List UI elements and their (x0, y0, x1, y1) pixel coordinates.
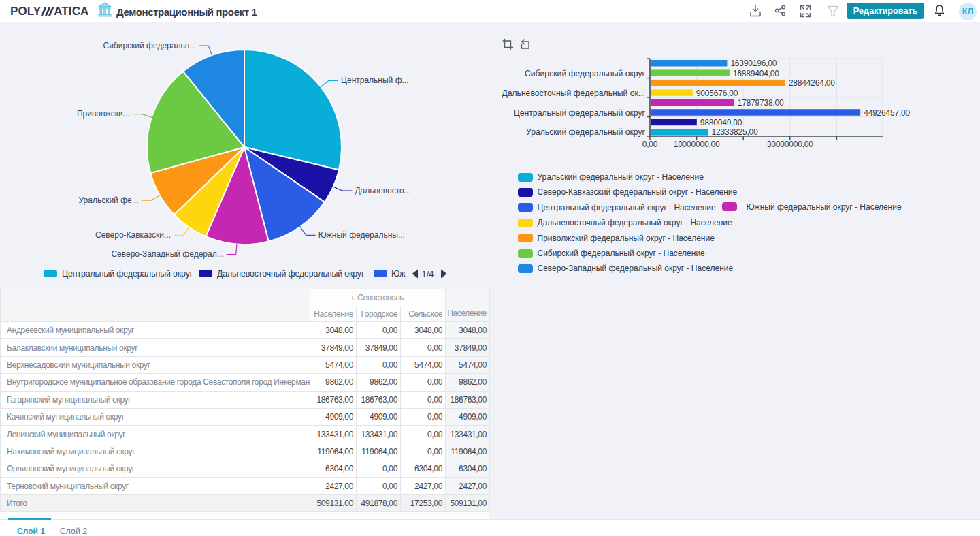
svg-text:9005676,00: 9005676,00 (696, 89, 738, 98)
svg-text:9880049,00: 9880049,00 (700, 118, 742, 127)
svg-text:Уральский федеральный округ: Уральский федеральный округ (526, 127, 646, 137)
svg-text:Сибирский федеральн...: Сибирский федеральн... (103, 41, 196, 50)
svg-text:0,00: 0,00 (642, 140, 658, 149)
svg-text:Уральский фе...: Уральский фе... (78, 195, 138, 205)
svg-text:Дальневосто...: Дальневосто... (355, 186, 410, 195)
svg-text:17879738,00: 17879738,00 (738, 98, 784, 108)
svg-text:1/4: 1/4 (421, 269, 434, 279)
svg-text:Приволжски...: Приволжски... (77, 109, 130, 119)
svg-text:16889404,00: 16889404,00 (733, 69, 779, 78)
svg-text:10000000,00: 10000000,00 (674, 140, 720, 149)
svg-text:Северо-Кавказски...: Северо-Кавказски... (95, 230, 171, 240)
svg-text:16390196,00: 16390196,00 (730, 59, 777, 68)
svg-text:Дальневосточный федеральный ок: Дальневосточный федеральный ок... (502, 89, 645, 98)
svg-text:28844264,00: 28844264,00 (789, 78, 835, 88)
svg-text:30000000,00: 30000000,00 (767, 140, 813, 149)
svg-text:Центральный ф...: Центральный ф... (341, 76, 408, 85)
svg-text:Северо-Западный федерал...: Северо-Западный федерал... (111, 249, 223, 259)
svg-text:44926457,00: 44926457,00 (864, 108, 910, 118)
svg-text:Южный федеральны...: Южный федеральны... (318, 230, 405, 240)
svg-text:Центральный федеральный округ: Центральный федеральный округ (514, 108, 646, 118)
svg-text:Сибирский федеральный округ: Сибирский федеральный округ (525, 69, 646, 78)
